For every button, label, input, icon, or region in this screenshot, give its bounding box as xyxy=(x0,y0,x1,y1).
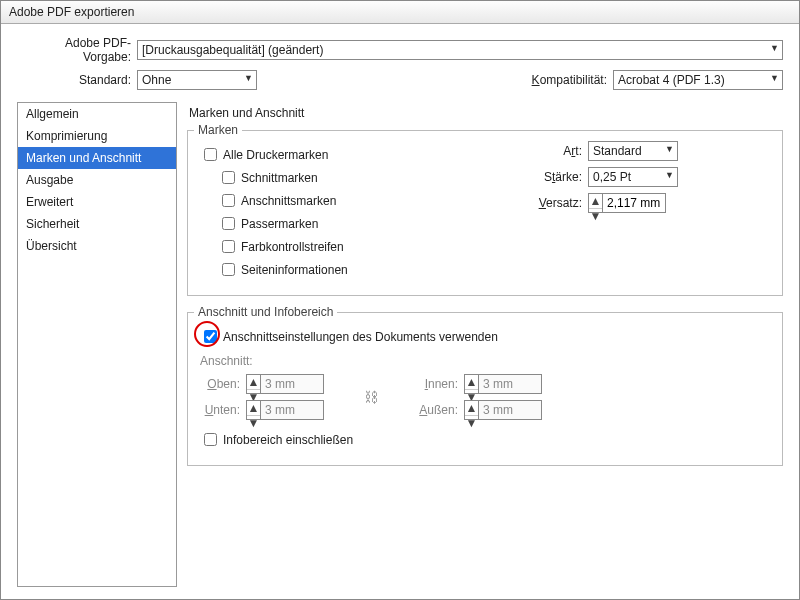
bleed-outer-label: Außen: xyxy=(418,403,464,417)
weight-label: Stärke: xyxy=(530,170,588,184)
offset-input[interactable] xyxy=(603,194,665,212)
top-fields: Adobe PDF-Vorgabe: [Druckausgabequalität… xyxy=(1,24,799,102)
sidebar-item-allgemein[interactable]: Allgemein xyxy=(18,103,176,125)
bleed-top-label: Oben: xyxy=(200,377,246,391)
bleed-inner-spinner: ▲▼ xyxy=(464,374,542,394)
compat-label: Kompatibilität: xyxy=(532,73,613,87)
compat-combo[interactable]: Acrobat 4 (PDF 1.3) ▼ xyxy=(613,70,783,90)
check-seiteninformationen[interactable]: Seiteninformationen xyxy=(218,260,510,279)
sidebar: Allgemein Komprimierung Marken und Ansch… xyxy=(17,102,177,587)
settings-pane: Marken und Anschnitt Marken Alle Drucker… xyxy=(187,102,783,587)
spinner-up-icon: ▲ xyxy=(465,375,478,390)
bleed-inner-input xyxy=(479,375,541,393)
bleed-outer-spinner: ▲▼ xyxy=(464,400,542,420)
dropdown-arrow-icon: ▼ xyxy=(665,144,674,154)
check-use-doc-bleed[interactable]: Anschnittseinstellungen des Dokuments ve… xyxy=(200,327,770,346)
bleed-top-spinner: ▲▼ xyxy=(246,374,324,394)
bleed-top-input xyxy=(261,375,323,393)
dropdown-arrow-icon: ▼ xyxy=(244,73,253,83)
bleed-inner-label: Innen: xyxy=(418,377,464,391)
check-include-slug[interactable]: Infobereich einschließen xyxy=(200,430,770,449)
sidebar-item-erweitert[interactable]: Erweitert xyxy=(18,191,176,213)
spinner-down-icon: ▼ xyxy=(247,416,260,430)
check-all-marks[interactable]: Alle Druckermarken xyxy=(200,145,510,164)
standard-combo[interactable]: Ohne ▼ xyxy=(137,70,257,90)
preset-value: [Druckausgabequalität] (geändert) xyxy=(142,43,323,57)
check-passermarken[interactable]: Passermarken xyxy=(218,214,510,233)
offset-label: Versatz: xyxy=(530,196,588,210)
sidebar-item-komprimierung[interactable]: Komprimierung xyxy=(18,125,176,147)
spinner-up-icon: ▲ xyxy=(465,401,478,416)
bleed-bottom-label: Unten: xyxy=(200,403,246,417)
link-icon: ⛓ xyxy=(364,389,378,405)
check-use-doc-bleed-box[interactable] xyxy=(204,330,217,343)
check-farbkontrollstreifen[interactable]: Farbkontrollstreifen xyxy=(218,237,510,256)
sidebar-item-sicherheit[interactable]: Sicherheit xyxy=(18,213,176,235)
bleed-outer-input xyxy=(479,401,541,419)
spinner-up-icon: ▲ xyxy=(247,375,260,390)
check-anschnittsmarken[interactable]: Anschnittsmarken xyxy=(218,191,510,210)
preset-label: Adobe PDF-Vorgabe: xyxy=(17,36,137,64)
offset-spinner[interactable]: ▲▼ xyxy=(588,193,666,213)
dropdown-arrow-icon: ▼ xyxy=(665,170,674,180)
bleed-group-label: Anschnitt und Infobereich xyxy=(194,305,337,319)
art-label: Art: xyxy=(530,144,588,158)
dropdown-arrow-icon: ▼ xyxy=(770,73,779,83)
bleed-section-label: Anschnitt: xyxy=(200,354,770,368)
compat-value: Acrobat 4 (PDF 1.3) xyxy=(618,73,725,87)
check-include-slug-box[interactable] xyxy=(204,433,217,446)
export-pdf-dialog: Adobe PDF exportieren Adobe PDF-Vorgabe:… xyxy=(0,0,800,600)
sidebar-item-marken-anschnitt[interactable]: Marken und Anschnitt xyxy=(18,147,176,169)
bleed-bottom-input xyxy=(261,401,323,419)
pane-title: Marken und Anschnitt xyxy=(189,106,781,120)
check-all-marks-box[interactable] xyxy=(204,148,217,161)
preset-combo[interactable]: [Druckausgabequalität] (geändert) ▼ xyxy=(137,40,783,60)
spinner-down-icon: ▼ xyxy=(465,416,478,430)
standard-value: Ohne xyxy=(142,73,171,87)
spinner-up-icon: ▲ xyxy=(247,401,260,416)
art-combo[interactable]: Standard ▼ xyxy=(588,141,678,161)
bleed-group: Anschnitt und Infobereich Anschnittseins… xyxy=(187,312,783,466)
marks-group: Marken Alle Druckermarken Schnittmarken … xyxy=(187,130,783,296)
window-title: Adobe PDF exportieren xyxy=(1,1,799,24)
spinner-down-icon[interactable]: ▼ xyxy=(589,209,602,223)
spinner-up-icon[interactable]: ▲ xyxy=(589,194,602,209)
bleed-bottom-spinner: ▲▼ xyxy=(246,400,324,420)
dropdown-arrow-icon: ▼ xyxy=(770,43,779,53)
marks-group-label: Marken xyxy=(194,123,242,137)
standard-label: Standard: xyxy=(17,73,137,87)
check-schnittmarken[interactable]: Schnittmarken xyxy=(218,168,510,187)
weight-combo[interactable]: 0,25 Pt ▼ xyxy=(588,167,678,187)
sidebar-item-ausgabe[interactable]: Ausgabe xyxy=(18,169,176,191)
sidebar-item-uebersicht[interactable]: Übersicht xyxy=(18,235,176,257)
